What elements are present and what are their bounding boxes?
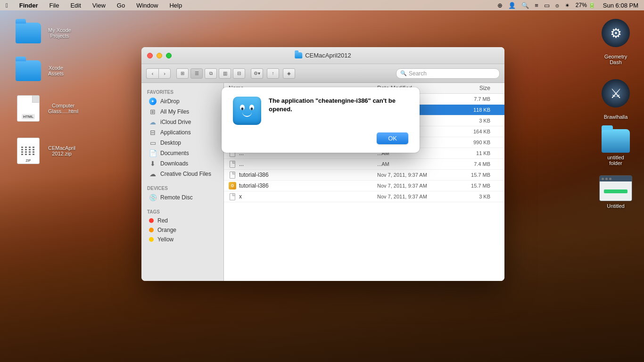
finder-mouth [242, 112, 252, 117]
finder-eyes [240, 105, 254, 110]
alert-ok-button[interactable]: OK [377, 132, 408, 144]
alert-dialog: The application "cheatengine-i386" can't… [222, 87, 420, 153]
finder-eye-left [240, 105, 245, 110]
finder-app-icon [233, 97, 261, 125]
alert-content: The application "cheatengine-i386" can't… [233, 97, 408, 125]
finder-eye-right [249, 105, 254, 110]
finder-pupil-right [251, 107, 253, 110]
alert-buttons: OK [233, 132, 408, 144]
alert-overlay: The application "cheatengine-i386" can't… [0, 0, 644, 362]
alert-title: The application "cheatengine-i386" can't… [269, 97, 408, 114]
finder-pupil-left [241, 107, 244, 110]
alert-text-area: The application "cheatengine-i386" can't… [269, 97, 408, 114]
